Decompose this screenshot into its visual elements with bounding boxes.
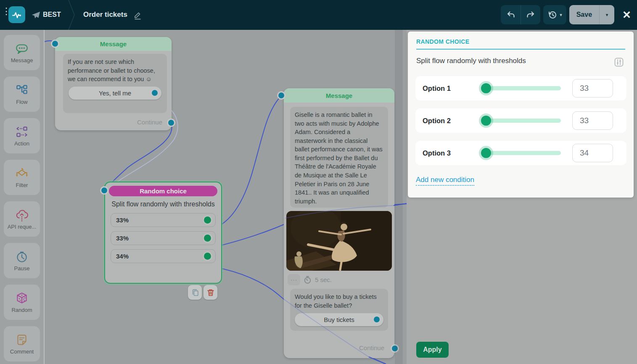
sidebar-item-random[interactable]: Random xyxy=(4,285,40,320)
option-3-value-input[interactable] xyxy=(572,144,613,162)
close-icon[interactable]: ✕ xyxy=(622,10,631,20)
pause-clock-icon xyxy=(15,250,29,264)
sidebar-item-flow[interactable]: Flow xyxy=(4,76,40,112)
flow-icon xyxy=(15,83,29,98)
kebab-menu-icon[interactable]: ⋮ xyxy=(2,9,8,13)
comment-note-icon xyxy=(15,333,29,347)
bot-name[interactable]: BEST xyxy=(43,11,61,18)
option-3-row: Option 3 xyxy=(415,141,626,165)
save-button[interactable]: Save xyxy=(569,5,599,24)
buy-tickets-button[interactable]: Buy tickets xyxy=(295,313,383,326)
sidebar-item-label: Filter xyxy=(16,182,28,188)
question-text: Would you like to buy a tickets for the … xyxy=(295,293,377,309)
redo-button[interactable] xyxy=(521,5,540,24)
thresholds-settings-icon[interactable] xyxy=(614,58,624,67)
app-logo[interactable] xyxy=(8,6,25,23)
action-icon xyxy=(15,125,29,139)
slider-thumb[interactable] xyxy=(481,83,491,93)
delete-node-button[interactable] xyxy=(204,285,217,300)
message-node-1[interactable]: Message If you are not sure which perfor… xyxy=(55,37,172,130)
redo-icon xyxy=(526,10,535,19)
delay-label: 5 sec. xyxy=(315,276,332,283)
random-option-1-label: 33% xyxy=(116,216,129,224)
option-1-row: Option 1 xyxy=(415,76,626,100)
edit-title-icon[interactable] xyxy=(134,11,142,20)
message-node-2-input-port[interactable] xyxy=(277,91,285,100)
apply-button[interactable]: Apply xyxy=(416,342,449,358)
option-1-label: Option 1 xyxy=(415,84,481,92)
sidebar-item-label: Message xyxy=(11,57,33,63)
panel-title: RANDOM CHOICE xyxy=(416,38,470,45)
api-request-icon xyxy=(15,208,29,222)
random-option-2-output-port[interactable] xyxy=(204,235,211,242)
sidebar-item-label: Comment xyxy=(10,348,34,355)
random-choice-panel: RANDOM CHOICE Split flow randomly with t… xyxy=(408,32,634,198)
option-1-slider[interactable] xyxy=(481,83,561,93)
random-option-3-output-port[interactable] xyxy=(204,253,211,260)
sidebar-item-filter[interactable]: Filter xyxy=(4,160,40,195)
buy-tickets-label: Buy tickets xyxy=(324,315,354,324)
message-node-2-continue: Continue xyxy=(359,344,384,351)
sidebar-item-pause[interactable]: Pause xyxy=(4,243,40,278)
add-new-condition-link[interactable]: Add new condition xyxy=(416,176,474,186)
message-bubble-icon xyxy=(15,42,29,56)
node-palette-sidebar: Message Flow Action xyxy=(0,30,45,364)
topbar-actions: ▾ Save ▾ ✕ xyxy=(501,5,631,24)
save-caret-button[interactable]: ▾ xyxy=(599,5,614,24)
random-choice-node[interactable]: Random choice Split flow randomly with t… xyxy=(104,182,222,284)
canvas-scrollbar[interactable] xyxy=(395,30,403,364)
option-2-slider[interactable] xyxy=(481,116,561,126)
slider-thumb[interactable] xyxy=(481,116,491,126)
node-action-buttons xyxy=(188,285,217,300)
slider-track[interactable] xyxy=(481,151,561,155)
more-options-button[interactable]: ··· xyxy=(288,274,300,285)
delay-row: ··· 5 sec. xyxy=(288,274,394,285)
random-option-3[interactable]: 34% xyxy=(111,249,216,263)
history-caret-icon: ▾ xyxy=(560,12,562,18)
sidebar-item-comment[interactable]: Comment xyxy=(4,326,40,361)
option-2-value-input[interactable] xyxy=(572,111,613,130)
sidebar-item-action[interactable]: Action xyxy=(4,118,40,153)
message-node-1-continue: Continue xyxy=(137,119,162,126)
slider-track[interactable] xyxy=(481,119,561,123)
random-option-3-label: 34% xyxy=(116,253,129,260)
sidebar-item-message[interactable]: Message xyxy=(4,35,40,70)
message-node-2-text-box[interactable]: Giselle is a romantic ballet in two acts… xyxy=(290,107,388,208)
random-dice-icon xyxy=(15,291,29,306)
yes-tell-me-output-port[interactable] xyxy=(151,89,159,97)
message-node-1-input-port[interactable] xyxy=(51,40,59,48)
save-split-button: Save ▾ xyxy=(569,5,614,24)
message-node-1-body[interactable]: If you are not sure which performance or… xyxy=(63,54,167,113)
message-node-1-header: Message xyxy=(55,37,172,51)
question-box[interactable]: Would you like to buy a tickets for the … xyxy=(290,289,388,331)
undo-redo-group xyxy=(501,5,540,24)
random-option-2-label: 33% xyxy=(116,235,129,242)
yes-tell-me-button[interactable]: Yes, tell me xyxy=(69,87,161,100)
history-button[interactable]: ▾ xyxy=(543,5,566,24)
sidebar-item-label: Random xyxy=(11,307,32,313)
pulse-icon xyxy=(11,9,22,20)
buy-tickets-output-port[interactable] xyxy=(373,316,381,323)
duplicate-node-button[interactable] xyxy=(188,285,202,300)
filter-icon xyxy=(15,166,29,181)
sidebar-item-api-request[interactable]: API reque... xyxy=(4,201,40,237)
option-3-label: Option 3 xyxy=(415,149,481,157)
ballet-image[interactable] xyxy=(286,211,392,271)
random-option-1[interactable]: 33% xyxy=(111,213,216,227)
message-node-1-continue-port[interactable] xyxy=(167,119,175,127)
option-2-row: Option 2 xyxy=(415,108,626,133)
random-node-header: Random choice xyxy=(109,186,217,196)
random-option-2[interactable]: 33% xyxy=(111,231,216,245)
topbar: ⋮ BEST Order tickets xyxy=(0,0,637,30)
undo-button[interactable] xyxy=(501,5,521,24)
random-node-input-port[interactable] xyxy=(100,186,108,195)
option-3-slider[interactable] xyxy=(481,148,561,158)
message-node-2[interactable]: Message Giselle is a romantic ballet in … xyxy=(284,88,394,358)
flow-title: Order tickets xyxy=(83,11,127,19)
sidebar-item-label: Pause xyxy=(14,265,30,272)
message-node-2-text: Giselle is a romantic ballet in two acts… xyxy=(295,111,383,205)
slider-track[interactable] xyxy=(481,86,561,90)
random-option-1-output-port[interactable] xyxy=(204,216,211,224)
slider-thumb[interactable] xyxy=(481,148,491,158)
option-1-value-input[interactable] xyxy=(572,79,613,98)
